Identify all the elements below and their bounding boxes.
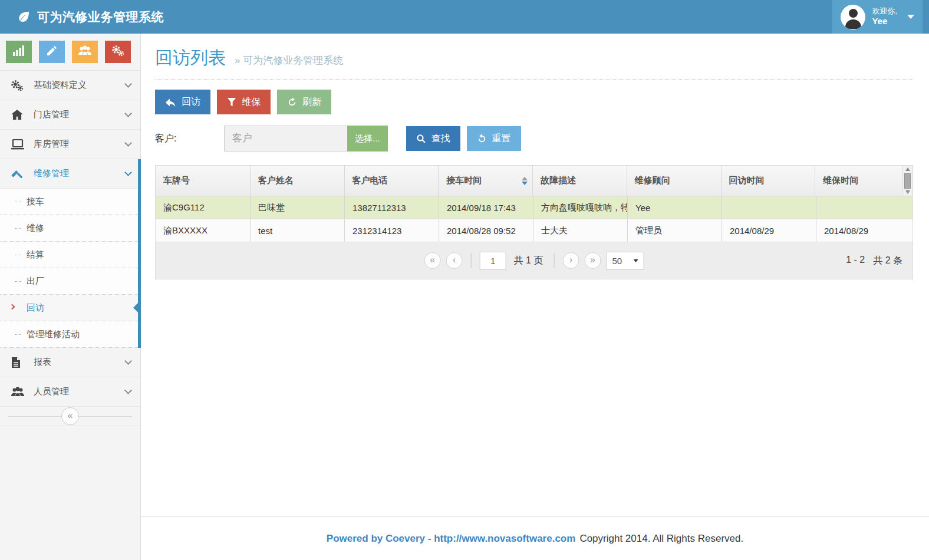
page-footer: Powered by Coevery - http://www.novasoft…: [141, 516, 929, 560]
column-header-plate-number[interactable]: 车牌号: [156, 166, 251, 196]
caret-down-icon: [633, 259, 638, 262]
scrollbar-thumb[interactable]: [904, 173, 911, 189]
submenu-item-receive-car[interactable]: 接车: [0, 189, 140, 215]
maintenance-button[interactable]: 维保: [217, 90, 271, 114]
leaf-icon: [17, 10, 31, 24]
welcome-text: 欢迎你,: [872, 6, 897, 16]
sidebar-item-label: 维修管理: [34, 168, 126, 179]
search-icon: [416, 134, 426, 144]
copyright-text: Copyright 2014. All Rights Reserved.: [579, 533, 743, 545]
main-content: 回访列表 » 可为汽修业务管理系统 回访 维保 刷新: [141, 34, 929, 560]
powered-by-link[interactable]: Powered by Coevery - http://www.novasoft…: [327, 533, 576, 545]
column-header-maintenance-time[interactable]: 维保时间: [815, 166, 902, 196]
column-header-customer-name[interactable]: 客户姓名: [251, 166, 345, 196]
table-row[interactable]: 渝C9G112 巴味堂 13827112313 2014/09/18 17:43…: [155, 196, 913, 219]
sidebar-nav: 基础资料定义 门店管理 库房管理: [0, 71, 140, 407]
column-header-follow-up-time[interactable]: 回访时间: [722, 166, 816, 196]
customer-select-button[interactable]: 选择...: [347, 126, 388, 151]
record-summary: 1 - 2 共 2 条: [846, 255, 902, 267]
chevron-down-icon: [124, 110, 132, 117]
laptop-icon: [11, 139, 26, 150]
chevron-down-icon: [124, 169, 132, 176]
sidebar-item-personnel-mgmt[interactable]: 人员管理: [0, 377, 140, 407]
gears-shortcut-button[interactable]: [105, 41, 131, 63]
active-arrow-marker: [133, 301, 140, 315]
follow-up-button[interactable]: 回访: [155, 90, 210, 114]
home-icon: [11, 109, 26, 121]
bar-chart-shortcut-button[interactable]: [6, 41, 32, 63]
sidebar-collapse-button[interactable]: «: [61, 407, 79, 425]
sidebar-item-warehouse-mgmt[interactable]: 库房管理: [0, 130, 140, 159]
filter-row: 客户: 选择... 查找 重置: [141, 120, 929, 165]
file-icon: [11, 357, 26, 368]
pagination-bar: « ‹ 共 1 页 › » 50 1 - 2 共 2 条: [155, 242, 913, 279]
customer-input[interactable]: [224, 126, 347, 151]
users-icon: [11, 386, 26, 398]
top-header: 可为汽修业务管理系统 欢迎你, Yee: [0, 0, 929, 34]
page-size-select[interactable]: 50: [606, 252, 644, 270]
sidebar-collapse-row: «: [0, 407, 140, 426]
users-icon: [78, 45, 92, 59]
page-number-input[interactable]: [480, 252, 506, 270]
next-page-button[interactable]: ›: [562, 252, 579, 269]
sidebar-item-reports[interactable]: 报表: [0, 348, 140, 377]
total-pages-label: 共 1 页: [514, 255, 543, 267]
gears-icon: [11, 80, 26, 91]
submenu-item-label: 接车: [27, 196, 44, 207]
user-menu[interactable]: 欢迎你, Yee: [832, 0, 923, 34]
sidebar-item-label: 库房管理: [34, 139, 126, 150]
record-total: 共 2 条: [873, 255, 902, 267]
pagination-controls: « ‹ 共 1 页 › » 50: [424, 252, 644, 270]
chevron-down-icon: [124, 139, 132, 147]
app-title: 可为汽修业务管理系统: [37, 9, 164, 25]
submenu-item-follow-up[interactable]: 回访: [0, 295, 140, 321]
refresh-button[interactable]: 刷新: [277, 90, 331, 114]
undo-icon: [477, 134, 487, 144]
active-indicator-bar: [138, 159, 141, 348]
follow-up-table: 车牌号 客户姓名 客户电话 接车时间 故障描述 维修顾问 回访时间 维保时间: [155, 165, 913, 279]
breadcrumb: » 可为汽修业务管理系统: [235, 54, 343, 67]
sort-icon[interactable]: [522, 177, 528, 185]
filter-icon: [227, 97, 236, 107]
sidebar-item-base-data[interactable]: 基础资料定义: [0, 71, 140, 100]
users-shortcut-button[interactable]: [72, 41, 98, 63]
sidebar-item-label: 门店管理: [34, 109, 126, 120]
gears-icon: [111, 45, 124, 59]
reset-button[interactable]: 重置: [467, 126, 521, 151]
repair-submenu: 接车 维修 结算 出厂: [0, 189, 140, 348]
bar-chart-icon: [12, 45, 25, 59]
submenu-item-manage-repair-activity[interactable]: 管理维修活动: [0, 321, 140, 348]
table-header-row: 车牌号 客户姓名 客户电话 接车时间 故障描述 维修顾问 回访时间 维保时间: [155, 165, 913, 196]
first-page-button[interactable]: «: [424, 252, 441, 269]
record-range: 1 - 2: [846, 255, 865, 267]
last-page-button[interactable]: »: [584, 252, 601, 269]
scroll-down-icon[interactable]: [905, 190, 910, 194]
submenu-item-label: 维修: [27, 223, 44, 234]
sidebar-item-repair-mgmt[interactable]: 维修管理: [0, 159, 140, 189]
column-header-customer-phone[interactable]: 客户电话: [345, 166, 439, 196]
pencil-icon: [46, 45, 58, 59]
page-title: 回访列表: [155, 46, 226, 70]
submenu-item-repair[interactable]: 维修: [0, 215, 140, 242]
table-row[interactable]: 渝BXXXXX test 2312314123 2014/08/28 09:52…: [155, 219, 913, 242]
submenu-item-leave-factory[interactable]: 出厂: [0, 268, 140, 295]
toolbar: 回访 维保 刷新: [141, 80, 929, 120]
pencil-shortcut-button[interactable]: [39, 41, 65, 63]
chevron-right-icon: [9, 304, 15, 310]
customer-filter-label: 客户:: [155, 133, 224, 145]
column-header-repair-advisor[interactable]: 维修顾问: [627, 166, 722, 196]
column-header-receive-time[interactable]: 接车时间: [439, 166, 533, 196]
sidebar-item-store-mgmt[interactable]: 门店管理: [0, 100, 140, 130]
submenu-item-label: 出厂: [27, 276, 44, 287]
customer-input-group: 选择...: [224, 126, 388, 151]
pagination-separator: [471, 253, 472, 268]
search-button[interactable]: 查找: [406, 126, 460, 151]
user-texts: 欢迎你, Yee: [872, 6, 897, 27]
app-logo[interactable]: 可为汽修业务管理系统: [0, 9, 164, 25]
user-avatar: [841, 5, 865, 29]
scroll-up-icon[interactable]: [905, 167, 910, 171]
submenu-item-settlement[interactable]: 结算: [0, 242, 140, 268]
app-window: 可为汽修业务管理系统 欢迎你, Yee: [0, 0, 929, 560]
prev-page-button[interactable]: ‹: [446, 252, 463, 269]
column-header-fault-description[interactable]: 故障描述: [533, 166, 627, 196]
